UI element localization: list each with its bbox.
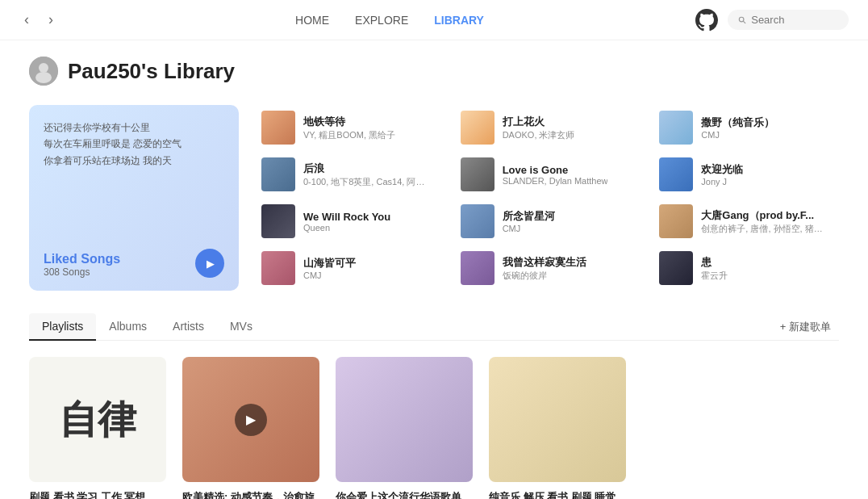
featured-section: 还记得去你学校有十公里 每次在车厢里呼吸是 恋爱的空气 你拿着可乐站在球场边 我… [29,105,839,291]
search-bar[interactable] [728,10,849,30]
song-title: 我曾这样寂寞生活 [503,255,586,270]
song-artist: Queen [303,223,390,233]
svg-point-1 [39,63,48,73]
tab-mvs[interactable]: MVs [217,313,265,341]
song-title: 欢迎光临 [701,162,743,177]
tab-albums[interactable]: Albums [96,313,160,341]
nav-explore[interactable]: EXPLORE [355,14,408,27]
song-item[interactable]: 撒野（纯音乐） CMJ [653,105,839,150]
song-title: 后浪 [303,161,432,176]
song-title: Love is Gone [503,164,608,176]
song-artist: VY, 糯且BOOM, 黑给子 [303,129,395,141]
playlist-cover: 自律 [29,357,166,482]
search-icon [737,15,746,25]
header-right [695,9,849,31]
liked-songs-info: Liked Songs 308 Songs [44,252,120,278]
song-info: 打上花火 DAOKO, 米津玄师 [503,115,575,141]
main-content: Pau250's Library 还记得去你学校有十公里 每次在车厢里呼吸是 恋… [0,40,868,499]
song-thumbnail [461,111,495,145]
song-item[interactable]: We Will Rock You Queen [255,199,441,244]
playlist-cover [336,357,473,482]
song-item[interactable]: 我曾这样寂寞生活 饭碗的彼岸 [454,245,641,291]
liked-songs-lyrics: 还记得去你学校有十公里 每次在车厢里呼吸是 恋爱的空气 你拿着可乐站在球场边 我… [44,120,224,169]
song-title: 大唐Gang（prod by.F... [701,208,830,223]
header: ‹ › HOME EXPLORE LIBRARY [0,0,868,40]
nav-library[interactable]: LIBRARY [434,14,484,27]
nav-back-button[interactable]: ‹ [19,10,34,30]
song-info: 地铁等待 VY, 糯且BOOM, 黑给子 [303,115,395,141]
tabs-section: PlaylistsAlbumsArtistsMVs + 新建歌单 自律 刷题 看… [29,313,839,499]
playlist-card[interactable]: 自律 刷题 看书 学习 工作 冥想 by 爱自律的中年少女 [29,357,166,499]
liked-songs-card[interactable]: 还记得去你学校有十公里 每次在车厢里呼吸是 恋爱的空气 你拿着可乐站在球场边 我… [29,105,239,291]
song-thumbnail [461,251,495,285]
playlist-card[interactable]: ▶ 欧美精选: 动感节奏，治愈旋律 by 小撑哟 [182,357,319,499]
tab-artists[interactable]: Artists [160,313,217,341]
song-info: 大唐Gang（prod by.F... 创意的裤子, 唐僧, 孙悟空, 猪八戒.… [701,208,830,235]
playlist-card[interactable]: 你会爱上这个流行华语歌单 by 甜蜜蜜 [336,357,473,499]
avatar [29,57,58,86]
nav-forward-button[interactable]: › [44,10,58,30]
song-info: 欢迎光临 Jony J [701,162,743,187]
tabs-header: PlaylistsAlbumsArtistsMVs + 新建歌单 [29,313,839,341]
song-artist: SLANDER, Dylan Matthew [503,176,608,186]
song-grid: 地铁等待 VY, 糯且BOOM, 黑给子 打上花火 DAOKO, 米津玄师 撒野… [255,105,839,291]
tabs-left: PlaylistsAlbumsArtistsMVs [29,313,772,340]
song-item[interactable]: 大唐Gang（prod by.F... 创意的裤子, 唐僧, 孙悟空, 猪八戒.… [653,199,839,244]
song-thumbnail [261,157,295,191]
nav-links: HOME EXPLORE LIBRARY [84,14,695,27]
github-icon[interactable] [695,9,718,31]
song-item[interactable]: Love is Gone SLANDER, Dylan Matthew [454,152,641,197]
search-input[interactable] [751,14,839,26]
song-thumbnail [461,204,495,238]
nav-arrows: ‹ › [19,10,58,30]
song-title: 撒野（纯音乐） [701,115,774,130]
page-title: Pau250's Library [68,59,235,84]
song-info: 撒野（纯音乐） CMJ [701,115,774,140]
song-info: 所念皆星河 CMJ [503,209,555,233]
svg-point-2 [35,72,52,83]
song-artist: Jony J [701,177,743,187]
song-artist: CMJ [701,130,774,140]
playlist-grid: 自律 刷题 看书 学习 工作 冥想 by 爱自律的中年少女 ▶ 欧美精选: 动感… [29,357,839,499]
playlist-card[interactable]: 纯音乐 解压 看书 刷题 睡觉 御用 by 软软会布的 [489,357,626,499]
song-title: 打上花火 [503,115,575,129]
song-info: 我曾这样寂寞生活 饭碗的彼岸 [503,255,586,282]
song-artist: 饭碗的彼岸 [503,270,586,282]
song-title: 所念皆星河 [503,209,555,224]
song-info: Love is Gone SLANDER, Dylan Matthew [503,164,608,186]
song-item[interactable]: 所念皆星河 CMJ [454,199,641,244]
song-title: 患 [701,255,728,270]
liked-songs-count: 308 Songs [44,266,120,278]
song-item[interactable]: 山海皆可平 CMJ [255,245,441,291]
song-item[interactable]: 地铁等待 VY, 糯且BOOM, 黑给子 [255,105,441,150]
song-info: 山海皆可平 CMJ [303,256,356,280]
song-info: We Will Rock You Queen [303,211,390,233]
song-item[interactable]: 打上花火 DAOKO, 米津玄师 [454,105,641,150]
song-info: 后浪 0-100, 地下8英里, Cas14, 阿斯巴... [303,161,432,188]
song-item[interactable]: 患 霍云升 [653,245,839,291]
song-title: 山海皆可平 [303,256,356,270]
song-title: 地铁等待 [303,115,395,129]
playlist-title: 欧美精选: 动感节奏，治愈旋律 [182,490,319,499]
song-artist: CMJ [503,224,555,233]
playlist-title: 刷题 看书 学习 工作 冥想 [29,490,166,499]
playlist-play-overlay[interactable]: ▶ [235,404,267,436]
song-title: We Will Rock You [303,211,390,223]
song-artist: 0-100, 地下8英里, Cas14, 阿斯巴... [303,176,432,188]
song-artist: CMJ [303,270,356,280]
tab-playlists[interactable]: Playlists [29,313,96,341]
song-thumbnail [461,157,495,191]
song-thumbnail [659,204,693,238]
nav-home[interactable]: HOME [295,14,329,27]
song-artist: 霍云升 [701,270,728,282]
new-playlist-button[interactable]: + 新建歌单 [772,315,839,339]
song-artist: 创意的裤子, 唐僧, 孙悟空, 猪八戒... [701,223,830,235]
song-item[interactable]: 后浪 0-100, 地下8英里, Cas14, 阿斯巴... [255,152,441,197]
song-thumbnail [261,204,295,238]
song-item[interactable]: 欢迎光临 Jony J [653,152,839,197]
song-artist: DAOKO, 米津玄师 [503,129,575,141]
song-thumbnail [261,111,295,145]
playlist-title: 纯音乐 解压 看书 刷题 睡觉 御用 [489,490,626,499]
liked-songs-title: Liked Songs [44,252,120,266]
liked-songs-play-button[interactable] [195,249,224,278]
